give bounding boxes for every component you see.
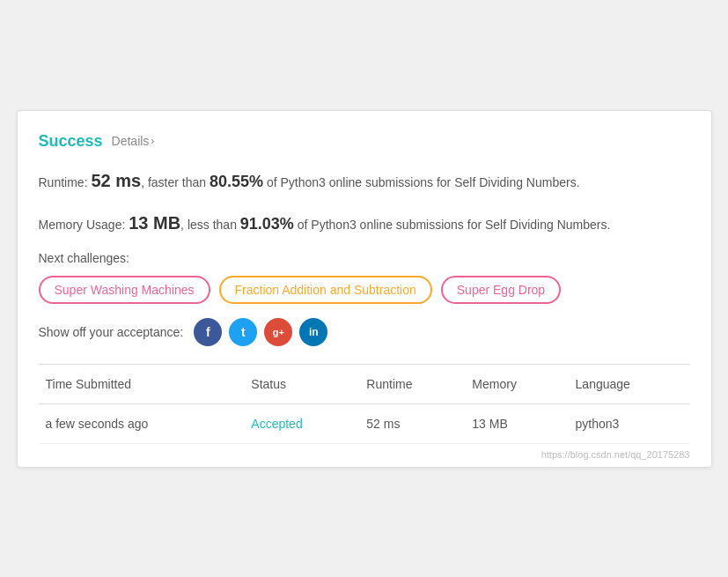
challenge-buttons: Super Washing Machines Fraction Addition… xyxy=(39,276,690,304)
col-time: Time Submitted xyxy=(39,365,245,404)
memory-prefix: Memory Usage: xyxy=(39,218,129,232)
watermark: https://blog.csdn.net/qq_20175283 xyxy=(39,444,690,467)
runtime-section: Runtime: 52 ms, faster than 80.55% of Py… xyxy=(39,166,690,195)
google-plus-icon[interactable]: g+ xyxy=(264,318,292,346)
card-header: Success Details › xyxy=(39,132,690,151)
memory-section: Memory Usage: 13 MB, less than 91.03% of… xyxy=(39,209,690,237)
col-status: Status xyxy=(244,365,359,404)
runtime-middle: , faster than xyxy=(141,175,210,189)
challenge-super-washing[interactable]: Super Washing Machines xyxy=(39,276,210,304)
runtime-prefix: Runtime: xyxy=(39,175,92,189)
col-memory: Memory xyxy=(465,365,568,404)
table-row: a few seconds ago Accepted 52 ms 13 MB p… xyxy=(39,403,690,443)
runtime-value: 52 ms xyxy=(91,171,141,190)
facebook-icon[interactable]: f xyxy=(194,318,222,346)
next-challenges-label: Next challenges: xyxy=(39,251,690,265)
submissions-table: Time Submitted Status Runtime Memory Lan… xyxy=(39,365,690,444)
runtime-suffix: of Python3 online submissions for Self D… xyxy=(263,175,580,189)
details-label: Details xyxy=(112,134,150,148)
cell-status: Accepted xyxy=(244,403,359,443)
cell-runtime: 52 ms xyxy=(359,403,465,443)
table-header-row: Time Submitted Status Runtime Memory Lan… xyxy=(39,365,690,404)
challenge-fraction-addition[interactable]: Fraction Addition and Subtraction xyxy=(219,276,432,304)
show-off-section: Show off your acceptance: f t g+ in xyxy=(39,318,690,346)
memory-suffix: of Python3 online submissions for Self D… xyxy=(294,218,611,232)
memory-value: 13 MB xyxy=(129,213,180,233)
challenge-super-egg-drop[interactable]: Super Egg Drop xyxy=(441,276,561,304)
show-off-label: Show off your acceptance: xyxy=(39,325,184,339)
result-card: Success Details › Runtime: 52 ms, faster… xyxy=(17,110,712,468)
social-icons: f t g+ in xyxy=(194,318,327,346)
chevron-icon: › xyxy=(151,135,154,147)
col-runtime: Runtime xyxy=(359,365,465,404)
success-label: Success xyxy=(39,132,103,151)
runtime-percent: 80.55% xyxy=(210,173,263,190)
details-link[interactable]: Details › xyxy=(112,134,155,148)
memory-percent: 91.03% xyxy=(240,215,294,233)
linkedin-icon[interactable]: in xyxy=(299,318,327,346)
cell-time: a few seconds ago xyxy=(39,403,245,443)
memory-middle: , less than xyxy=(180,218,240,232)
cell-language: python3 xyxy=(569,403,690,443)
col-language: Language xyxy=(569,365,690,404)
cell-memory: 13 MB xyxy=(465,403,568,443)
twitter-icon[interactable]: t xyxy=(229,318,257,346)
status-badge[interactable]: Accepted xyxy=(251,417,302,431)
